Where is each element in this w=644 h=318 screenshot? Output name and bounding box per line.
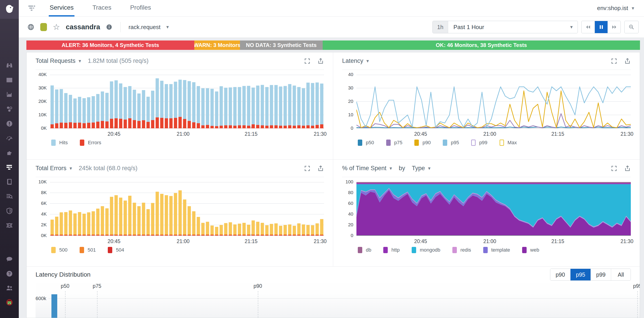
total-requests-card: Total Requests▾ 1.82M total (505 req/s) … <box>26 52 333 160</box>
y-axis: 020406080100 <box>342 182 356 236</box>
security-shield-icon[interactable] <box>6 207 13 215</box>
watchdog-binoculars-icon[interactable] <box>6 62 13 69</box>
expand-icon[interactable] <box>611 165 618 172</box>
legend-item-web[interactable]: web <box>522 247 539 253</box>
total_requests-plot[interactable] <box>50 75 324 129</box>
total-requests-title[interactable]: Total Requests▾ <box>36 58 81 64</box>
chart-legend: HitsErrors <box>51 140 324 146</box>
help-icon[interactable]: ? <box>6 270 13 278</box>
percentile-button-p90[interactable]: p90 <box>550 269 570 280</box>
legend-item-mongodb[interactable]: mongodb <box>412 247 440 253</box>
gauge-icon[interactable] <box>6 134 13 142</box>
tab-traces[interactable]: Traces <box>92 0 112 16</box>
total-requests-chart[interactable]: 0K10K20K30K40K20:4521:0021:1521:30HitsEr… <box>36 75 324 146</box>
dashboard-panel: Total Requests▾ 1.82M total (505 req/s) … <box>26 52 640 318</box>
total-errors-title[interactable]: Total Errors▾ <box>36 165 72 172</box>
total-errors-header: Total Errors▾ 245k total (68.0 req/s) <box>36 160 324 177</box>
time-spent-group-selector[interactable]: Type▾ <box>412 165 431 172</box>
legend-item-p95[interactable]: p95 <box>443 140 459 146</box>
percentile-button-all[interactable]: All <box>611 269 630 280</box>
time-spent-title[interactable]: % of Time Spent▾ <box>342 165 392 172</box>
pause-button[interactable] <box>594 21 608 33</box>
info-icon[interactable] <box>106 24 112 30</box>
sidebar: ? <box>0 0 19 318</box>
tab-profiles[interactable]: Profiles <box>129 0 152 16</box>
fast-forward-button[interactable] <box>608 21 620 33</box>
chat-icon[interactable] <box>6 256 13 263</box>
svg-text:?: ? <box>8 271 10 276</box>
export-icon[interactable] <box>624 58 631 64</box>
card-actions <box>611 58 631 64</box>
dist-histogram-bar[interactable] <box>52 294 57 318</box>
latency-distribution-chart[interactable]: 600kp50p75p90p95 <box>36 283 640 318</box>
favorite-star-icon[interactable]: ☆ <box>53 23 60 31</box>
time-spent-chart[interactable]: 02040608010020:4521:0021:1521:30dbhttpmo… <box>342 182 631 253</box>
legend-item-p75[interactable]: p75 <box>386 140 402 146</box>
env-label: env:shop.ist <box>597 5 628 12</box>
total-errors-chart[interactable]: 0K2K4K6K8K10K20:4521:0021:1521:305005015… <box>36 182 324 253</box>
chevron-down-icon: ▾ <box>166 24 169 30</box>
expand-icon[interactable] <box>304 58 310 64</box>
percentile-button-p99[interactable]: p99 <box>590 269 611 280</box>
chevron-down-icon: ▾ <box>390 166 392 171</box>
legend-item-redis[interactable]: redis <box>452 247 471 253</box>
legend-item-template[interactable]: template <box>483 247 510 253</box>
synthetics-globe-icon[interactable] <box>6 222 13 229</box>
integrations-puzzle-icon[interactable] <box>6 149 13 156</box>
top-nav: Services Traces Profiles env:shop.ist ▾ <box>19 0 644 16</box>
notebooks-icon[interactable] <box>6 178 13 186</box>
legend-item-p50[interactable]: p50 <box>358 140 374 146</box>
zoom-out-button[interactable] <box>624 21 639 33</box>
env-selector[interactable]: env:shop.ist ▾ <box>597 5 634 12</box>
y-axis: 0K2K4K6K8K10K <box>36 182 50 236</box>
apm-product-icon <box>27 4 36 12</box>
metrics-chart-icon[interactable] <box>6 91 13 98</box>
datadog-logo[interactable] <box>0 0 19 19</box>
rewind-button[interactable] <box>582 21 594 33</box>
monitor-status-segment[interactable]: ALERT: 36 Monitors, 4 Synthetic Tests <box>26 40 194 50</box>
expand-icon[interactable] <box>304 165 310 172</box>
legend-item-max[interactable]: Max <box>500 140 517 146</box>
tab-services[interactable]: Services <box>49 0 74 16</box>
service-name: cassandra <box>66 23 100 31</box>
service-identity: ☆ cassandra rack.request ▾ <box>27 22 169 32</box>
percentile-button-p95[interactable]: p95 <box>570 269 591 280</box>
sidebar-bottom: ? <box>6 256 13 306</box>
card-actions <box>611 165 631 172</box>
user-avatar[interactable] <box>6 298 13 306</box>
legend-item-errors[interactable]: Errors <box>80 140 101 146</box>
monitor-status-segment[interactable]: OK: 46 Monitors, 38 Synthetic Tests <box>323 40 640 50</box>
infrastructure-hexagons-icon[interactable] <box>6 105 13 113</box>
legend-item-p90[interactable]: p90 <box>414 140 431 146</box>
monitor-status-segment[interactable]: WARN: 3 Monitors <box>194 40 240 50</box>
x-axis: 20:4521:0021:1521:30 <box>356 129 631 137</box>
legend-item-p99[interactable]: p99 <box>471 140 488 146</box>
legend-item-hits[interactable]: Hits <box>51 140 68 146</box>
legend-item-501[interactable]: 501 <box>80 247 96 253</box>
monitors-alert-icon[interactable] <box>6 120 13 128</box>
time-range-selector[interactable]: 1h Past 1 Hour ▾ <box>432 21 578 33</box>
legend-item-http[interactable]: http <box>383 247 400 253</box>
expand-icon[interactable] <box>611 58 618 64</box>
time-shortcut-chip: 1h <box>433 21 448 33</box>
logs-icon[interactable] <box>6 192 13 200</box>
export-icon[interactable] <box>317 58 324 64</box>
latency-title[interactable]: Latency▾ <box>342 58 369 64</box>
operation-selector[interactable]: rack.request <box>128 24 160 31</box>
event-stream-icon[interactable] <box>6 76 13 84</box>
legend-item-500[interactable]: 500 <box>51 247 68 253</box>
latency-plot[interactable] <box>356 75 631 129</box>
latency-chart[interactable]: 01020304020:4521:0021:1521:30p50p75p90p9… <box>342 75 631 146</box>
legend-item-504[interactable]: 504 <box>108 247 124 253</box>
apm-icon[interactable] <box>6 164 13 171</box>
users-icon[interactable] <box>6 284 13 292</box>
total_errors-plot[interactable] <box>50 182 324 236</box>
export-icon[interactable] <box>317 165 324 172</box>
monitor-status-segment[interactable]: NO DATA: 3 Synthetic Tests <box>240 40 323 50</box>
playback-controls <box>582 21 621 33</box>
time_spent-plot[interactable] <box>356 182 631 236</box>
export-icon[interactable] <box>624 165 631 172</box>
legend-item-db[interactable]: db <box>358 247 371 253</box>
card-actions <box>304 165 324 172</box>
time-spent-card: % of Time Spent▾ by Type▾ 02040608010020… <box>333 160 640 266</box>
